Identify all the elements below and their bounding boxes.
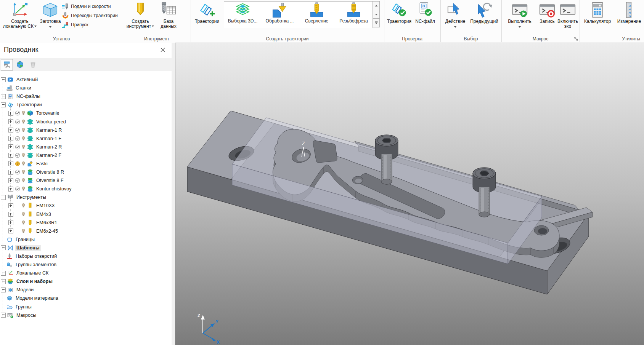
macro-echo-button[interactable]: Включить эхо	[557, 1, 578, 29]
tree-item-machines[interactable]: Станки	[0, 84, 172, 92]
expander-icon[interactable]	[8, 153, 13, 158]
expander-icon[interactable]	[8, 212, 13, 217]
lightbulb-icon[interactable]	[21, 161, 26, 166]
expander-icon[interactable]	[8, 178, 13, 183]
question-icon[interactable]	[15, 161, 20, 166]
tree-item-karman-2-f[interactable]: Karman-2 F	[8, 151, 172, 160]
tree-item-hole-sets[interactable]: Наборы отверстий	[0, 252, 172, 260]
tree-item-patterns[interactable]: Шаблоны	[0, 244, 172, 252]
tree-item-otverstie-8-r[interactable]: Otverstie 8 R	[8, 168, 172, 176]
tree-item-faski[interactable]: Faski	[8, 160, 172, 168]
gallery-item-thread-milling[interactable]: Резьбофреза	[335, 2, 372, 28]
tree-item-boundaries[interactable]: Границы	[0, 235, 172, 244]
expander-icon[interactable]	[1, 271, 6, 276]
expander-icon[interactable]	[1, 313, 6, 318]
checkmark-icon[interactable]	[15, 153, 20, 158]
lightbulb-icon[interactable]	[21, 119, 26, 125]
stock-button[interactable]: Заготовка	[40, 1, 61, 30]
lightbulb-icon[interactable]	[21, 212, 26, 217]
expander-icon[interactable]	[8, 203, 13, 208]
lightbulb-icon[interactable]	[21, 169, 26, 175]
measure-button[interactable]: Измерение	[615, 1, 644, 24]
tree-item-active[interactable]: Активный	[0, 75, 172, 84]
tree-item-models[interactable]: Модели	[0, 286, 172, 294]
expander-icon[interactable]	[8, 136, 13, 141]
tree-item-macros[interactable]: Макросы	[0, 311, 172, 319]
lightbulb-icon[interactable]	[21, 203, 26, 208]
gallery-expand-button[interactable]	[373, 19, 380, 27]
tree-item-viborka-pered[interactable]: Viborka pered	[8, 117, 172, 126]
expander-icon[interactable]	[1, 77, 6, 82]
macro-run-button[interactable]: Выполнить	[503, 1, 536, 30]
tree-item-feature-groups[interactable]: Группы элементов	[0, 260, 172, 269]
expander-icon[interactable]	[8, 119, 13, 124]
world-view-button[interactable]	[14, 59, 26, 70]
lightbulb-icon[interactable]	[21, 153, 26, 158]
action-button[interactable]: Действие	[443, 1, 468, 30]
expander-icon[interactable]	[1, 94, 6, 99]
toolpath-links-button[interactable]: Переходы траектории	[62, 11, 118, 20]
checkmark-icon[interactable]	[15, 128, 20, 133]
previous-button[interactable]: Предыдущий	[469, 1, 500, 24]
checkmark-icon[interactable]	[15, 110, 20, 116]
tree-item-kontur-chistovoy[interactable]: Kontur chistovoy	[8, 185, 172, 193]
expander-icon[interactable]	[8, 220, 13, 225]
checkmark-icon[interactable]	[15, 186, 20, 192]
gallery-scroll-up-button[interactable]	[373, 1, 380, 10]
tree-item-em6x2-45[interactable]: EM6x2-45	[8, 227, 172, 235]
lightbulb-icon[interactable]	[21, 128, 26, 133]
tree-item-nc-files[interactable]: NC-файлы	[0, 92, 172, 101]
lightbulb-icon[interactable]	[21, 110, 26, 116]
gallery-item-drilling[interactable]: Сверление	[298, 2, 335, 28]
verify-nc-file-button[interactable]: NC-файл	[413, 1, 437, 24]
tree-item-torcevanie[interactable]: Torcevanie	[8, 109, 172, 117]
macro-record-button[interactable]: Запись	[537, 1, 557, 24]
create-tool-button[interactable]: Создать инструмент	[126, 1, 155, 29]
calculator-button[interactable]: Калькулятор	[581, 1, 614, 24]
expander-icon[interactable]	[8, 170, 13, 175]
expander-icon[interactable]	[1, 102, 6, 107]
checkmark-icon[interactable]	[15, 136, 20, 141]
lightbulb-icon[interactable]	[21, 136, 26, 141]
tree-item-local-cs[interactable]: Локальные СК	[0, 269, 172, 277]
gallery-scroll-down-button[interactable]	[373, 10, 380, 19]
checkmark-icon[interactable]	[15, 119, 20, 125]
gallery-item-chamfer-machining[interactable]: Обработка ...	[261, 2, 298, 28]
expander-icon[interactable]	[1, 279, 6, 284]
expander-icon[interactable]	[1, 288, 6, 292]
checkmark-icon[interactable]	[15, 178, 20, 183]
lightbulb-icon[interactable]	[21, 144, 26, 150]
tree-item-groups[interactable]: Группы	[0, 303, 172, 311]
checkmark-icon[interactable]	[15, 169, 20, 175]
tree-item-tools[interactable]: Инструменты	[0, 193, 172, 201]
gallery-item-3d-area-clearance[interactable]: Выборка 3D...	[224, 2, 261, 28]
expander-icon[interactable]	[1, 195, 6, 200]
expander-icon[interactable]	[8, 161, 13, 166]
verify-toolpath-button[interactable]: Траектория	[386, 1, 412, 24]
tool-database-button[interactable]: База данных	[157, 1, 180, 29]
recycle-bin-button[interactable]	[27, 59, 39, 70]
thickness-button[interactable]: Припуск	[62, 20, 118, 29]
toolpaths-button[interactable]: Траектории	[191, 1, 223, 24]
tree-item-em6x3r1[interactable]: EM6x3R1	[8, 219, 172, 227]
tree-view-button[interactable]	[1, 59, 13, 70]
tree-item-karman-2-r[interactable]: Karman-2 R	[8, 143, 172, 151]
dialog-launcher[interactable]	[574, 37, 578, 41]
tree-item-toolpaths[interactable]: Траектории	[0, 101, 172, 109]
lightbulb-icon[interactable]	[21, 186, 26, 192]
expander-icon[interactable]	[1, 245, 6, 250]
lightbulb-icon[interactable]	[21, 228, 26, 234]
expander-icon[interactable]	[8, 228, 13, 233]
expander-icon[interactable]	[8, 144, 13, 149]
lightbulb-icon[interactable]	[21, 220, 26, 225]
create-local-cs-button[interactable]: Создать локальную СК	[1, 1, 39, 29]
expander-icon[interactable]	[8, 128, 13, 133]
tree-item-em10x3[interactable]: EM10X3	[8, 201, 172, 210]
tree-item-karman-1-f[interactable]: Karman-1 F	[8, 134, 172, 143]
close-icon[interactable]	[160, 47, 165, 53]
viewport-3d[interactable]: Z Z Y X	[175, 43, 644, 345]
tree-item-em4x3[interactable]: EM4x3	[8, 210, 172, 219]
expander-icon[interactable]	[8, 187, 13, 192]
lightbulb-icon[interactable]	[21, 178, 26, 183]
tree-item-levels-sets[interactable]: Слои и наборы	[0, 277, 172, 286]
